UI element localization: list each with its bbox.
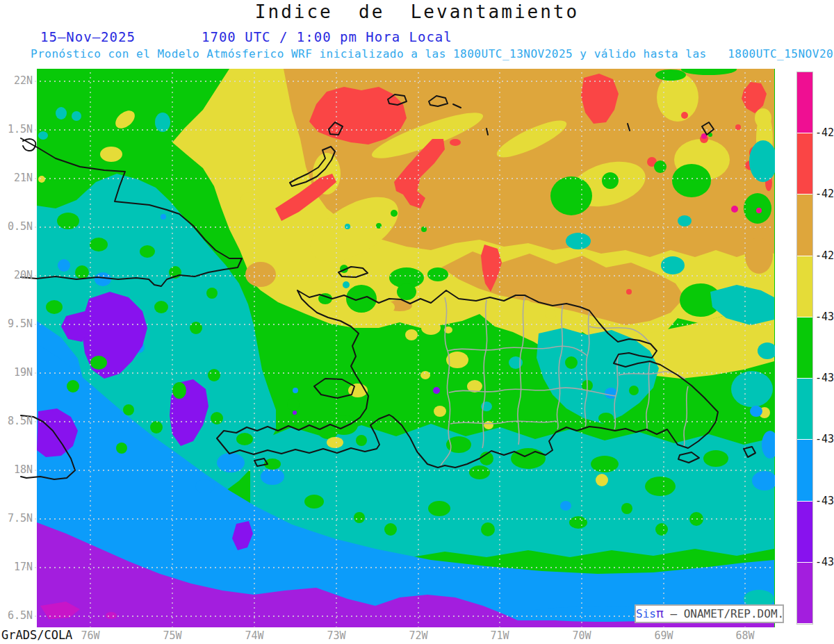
lat-tick-label: 1.5N: [0, 123, 33, 135]
lat-tick-label: 21N: [0, 172, 33, 184]
lat-tick-label: 18N: [0, 463, 33, 476]
colorbar: [796, 72, 813, 625]
colorbar-tick-label: -43.3: [815, 495, 834, 507]
lon-tick-label: 74W: [234, 629, 275, 642]
lat-tick-label: 19N: [0, 366, 33, 379]
lat-tick-label: 17N: [0, 561, 33, 573]
credit-text: GrADS/COLA: [1, 628, 72, 642]
lon-tick-label: 70W: [561, 629, 603, 642]
colorbar-tick-label: -43.2: [815, 433, 834, 445]
colorbar-tick-label: -42.8: [815, 188, 834, 200]
colorbar-tick-label: -43.4: [815, 556, 834, 568]
contour-fill-layer: [21, 64, 778, 627]
lon-tick-label: 69W: [643, 629, 685, 642]
colorbar-segment: [797, 72, 812, 133]
lat-tick-label: 9.5N: [0, 317, 33, 330]
watermark-sis: Sis: [636, 607, 656, 620]
colorbar-segment: [797, 379, 812, 440]
colorbar-segment: [797, 195, 812, 256]
colorbar-segment: [797, 563, 812, 624]
lon-tick-label: 71W: [479, 629, 521, 642]
lon-tick-label: 68W: [724, 629, 766, 642]
weather-map-page: Indice de Levantamiento 15–Nov–2025 1700…: [0, 0, 834, 644]
colorbar-segment: [797, 502, 812, 563]
lat-tick-label: 22N: [0, 74, 33, 87]
lon-tick-label: 73W: [316, 629, 357, 642]
colorbar-tick-label: -42.9: [815, 249, 834, 262]
lat-tick-label: 20N: [0, 269, 33, 281]
colorbar-tick-label: -43: [815, 311, 834, 323]
lon-tick-label: 76W: [70, 629, 111, 642]
lon-tick-label: 75W: [152, 629, 193, 642]
watermark-org: – ONAMET/REP.DOM.: [664, 607, 784, 620]
colorbar-segment: [797, 440, 812, 501]
lat-tick-label: 6.5N: [0, 609, 33, 622]
lat-tick-label: 0.5N: [0, 220, 33, 233]
lat-tick-label: 8.5N: [0, 415, 33, 427]
colorbar-segment: [797, 133, 812, 195]
colorbar-segment: [797, 317, 812, 379]
colorbar-segment: [797, 256, 812, 317]
pi-logo-icon: π: [656, 606, 664, 620]
colorbar-tick-label: -43.1: [815, 372, 834, 384]
contour-map: [0, 0, 834, 644]
watermark-box: Sisπ – ONAMET/REP.DOM.: [635, 604, 784, 623]
lat-tick-label: 7.5N: [0, 512, 33, 525]
lon-tick-label: 72W: [398, 629, 439, 642]
colorbar-tick-label: -42.7: [815, 126, 834, 139]
